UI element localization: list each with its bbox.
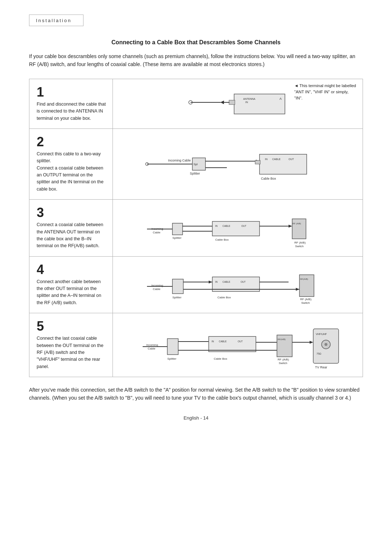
svg-text:ANTENNA: ANTENNA <box>243 98 256 100</box>
svg-text:Incoming Cable: Incoming Cable <box>168 159 191 162</box>
diagram-2: Incoming Cable Spl Splitter <box>136 140 339 188</box>
svg-text:Cable: Cable <box>153 287 160 291</box>
svg-text:RF(A/B): RF(A/B) <box>300 278 308 280</box>
step-3-right: Incoming Cable Splitter IN CABLE OUT Cab… <box>113 200 363 256</box>
diagram-1: ANTENNA IN A <box>162 84 314 124</box>
step-row-4: 4 Connect another cable between the othe… <box>29 257 363 314</box>
svg-text:Cable: Cable <box>148 347 155 350</box>
step-row-3: 3 Connect a coaxial cable between the AN… <box>29 200 363 257</box>
step-4-right: Incoming Cable Splitter IN CABLE <box>113 257 363 313</box>
svg-text:RF (A/B): RF (A/B) <box>293 222 301 225</box>
note-line1: This terminal might be labelled <box>299 83 356 88</box>
svg-text:Cable Box: Cable Box <box>215 238 229 241</box>
svg-marker-5 <box>220 101 224 104</box>
svg-text:IN: IN <box>212 340 214 343</box>
step-2-right: Incoming Cable Spl Splitter <box>113 129 363 199</box>
svg-text:Splitter: Splitter <box>190 172 200 175</box>
step-4-desc: Connect another cable between the other … <box>37 278 107 307</box>
step-1-note: ◄ This terminal might be labelled "ANT I… <box>294 83 356 102</box>
step-row-5: 5 Connect the last coaxial cable between… <box>29 313 363 377</box>
step-2-num: 2 <box>37 135 107 148</box>
step-4-left: 4 Connect another cable between the othe… <box>29 257 113 313</box>
note-triangle: ◄ <box>294 83 298 88</box>
header-label: Installation <box>36 18 72 23</box>
diagram-4: Incoming Cable Splitter IN CABLE <box>136 261 339 308</box>
svg-text:VHF/UHF: VHF/UHF <box>316 333 327 335</box>
svg-text:Splitter: Splitter <box>172 236 181 240</box>
steps-container: 1 Find and disconnect the cable that is … <box>29 79 363 377</box>
svg-text:Switch: Switch <box>301 301 310 305</box>
page-number: English - 14 <box>29 415 363 421</box>
svg-text:TV Rear: TV Rear <box>315 365 327 369</box>
svg-text:IN: IN <box>215 225 218 227</box>
svg-rect-26 <box>172 223 183 235</box>
svg-text:Incoming: Incoming <box>146 343 158 347</box>
outro-text: After you've made this connection, set t… <box>29 386 363 402</box>
svg-text:OUT: OUT <box>241 225 246 227</box>
svg-text:RF (A/B): RF (A/B) <box>300 298 311 301</box>
svg-marker-81 <box>310 341 313 344</box>
svg-rect-3 <box>229 100 235 105</box>
svg-text:CABLE: CABLE <box>222 281 230 283</box>
header-box: Installation <box>29 15 83 26</box>
svg-text:IN: IN <box>265 158 268 160</box>
svg-marker-37 <box>289 225 292 228</box>
step-3-left: 3 Connect a coaxial cable between the AN… <box>29 200 113 256</box>
step-5-left: 5 Connect the last coaxial cable between… <box>29 313 113 377</box>
svg-text:OUT: OUT <box>289 158 294 160</box>
step-1-desc: Find and disconnect the cable that is co… <box>37 101 107 122</box>
svg-point-85 <box>324 343 327 346</box>
svg-text:Switch: Switch <box>295 245 304 248</box>
step-1-left: 1 Find and disconnect the cable that is … <box>29 79 113 128</box>
svg-text:CABLE: CABLE <box>222 225 230 227</box>
svg-text:Spl: Spl <box>193 163 198 166</box>
svg-rect-18 <box>260 154 307 174</box>
svg-text:CABLE: CABLE <box>272 158 281 160</box>
section-title: Connecting to a Cable Box that Descrambl… <box>29 39 363 46</box>
step-row-2: 2 Connect this cable to a two-way splitt… <box>29 129 363 200</box>
svg-text:Cable: Cable <box>153 231 160 234</box>
step-1-num: 1 <box>37 86 107 99</box>
svg-text:CABLE: CABLE <box>219 340 227 343</box>
svg-text:75Ω: 75Ω <box>317 352 321 355</box>
diagram-3: Incoming Cable Splitter IN CABLE OUT Cab… <box>136 204 339 252</box>
svg-rect-64 <box>167 339 178 355</box>
svg-text:Cable Box: Cable Box <box>217 296 231 299</box>
step-5-right: Incoming Cable Splitter IN CABLE OUT Cab… <box>113 313 363 377</box>
step-5-desc: Connect the last coaxial cable between t… <box>37 335 107 370</box>
step-1-right: ◄ This terminal might be labelled "ANT I… <box>113 79 363 128</box>
svg-marker-49 <box>209 281 212 283</box>
step-row-1: 1 Find and disconnect the cable that is … <box>29 79 363 129</box>
svg-text:IN: IN <box>215 281 218 283</box>
svg-text:RF(A/B): RF(A/B) <box>278 338 286 340</box>
svg-text:Splitter: Splitter <box>172 296 181 299</box>
step-4-num: 4 <box>37 263 107 276</box>
note-line3: "IN". <box>294 96 303 100</box>
step-3-desc: Connect a coaxial cable between the ANTE… <box>37 221 107 250</box>
svg-rect-44 <box>172 279 183 294</box>
svg-marker-56 <box>296 288 299 291</box>
step-2-desc: Connect this cable to a two-way splitter… <box>37 151 107 193</box>
svg-text:A: A <box>279 97 282 101</box>
note-line2: "ANT IN", "VHF IN" or simply, <box>294 90 348 94</box>
step-3-num: 3 <box>37 206 107 219</box>
svg-rect-22 <box>255 160 260 164</box>
svg-text:IN: IN <box>245 101 248 103</box>
svg-text:Cable Box: Cable Box <box>261 177 276 180</box>
svg-rect-31 <box>212 221 260 236</box>
svg-text:RF (A/B): RF (A/B) <box>294 241 306 244</box>
intro-text: If your cable box descrambles only some … <box>29 52 363 69</box>
svg-text:OUT: OUT <box>241 281 246 283</box>
svg-text:OUT: OUT <box>238 340 243 343</box>
svg-text:Splitter: Splitter <box>167 357 176 360</box>
svg-rect-38 <box>292 219 306 239</box>
step-2-left: 2 Connect this cable to a two-way splitt… <box>29 129 113 199</box>
step-5-num: 5 <box>37 320 107 333</box>
diagram-5: Incoming Cable Splitter IN CABLE OUT Cab… <box>132 320 343 371</box>
svg-text:Switch: Switch <box>279 362 287 365</box>
svg-rect-0 <box>234 94 285 114</box>
svg-text:RF (A/B): RF (A/B) <box>278 358 289 361</box>
svg-rect-69 <box>209 336 256 352</box>
svg-text:Cable Box: Cable Box <box>214 357 227 360</box>
